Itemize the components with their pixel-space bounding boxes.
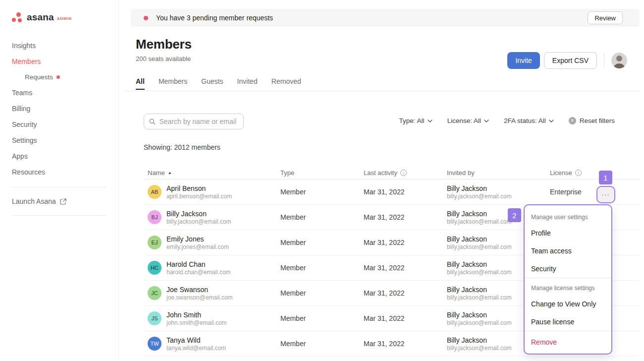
menu-item-security[interactable]: Security [525, 260, 611, 278]
type-filter-dropdown[interactable]: Type: All [399, 117, 432, 124]
annotation-step-2-badge: 2 [508, 208, 521, 222]
launch-asana-link[interactable]: Launch Asana [12, 194, 107, 208]
sidebar-item-apps[interactable]: Apps [12, 148, 107, 164]
sidebar-item-security[interactable]: Security [12, 117, 107, 132]
table-row[interactable]: AB April Benson april.benson@email.com M… [144, 180, 639, 205]
license-value: Enterprise [546, 188, 595, 196]
sidebar-item-resources[interactable]: Resources [12, 164, 107, 180]
menu-item-team-access[interactable]: Team access [525, 242, 611, 260]
tfa-status-filter-dropdown[interactable]: 2FA status: All [504, 117, 554, 124]
tab-members[interactable]: Members [159, 77, 187, 90]
last-activity-date: Mar 31, 2022 [360, 264, 443, 272]
tab-all[interactable]: All [136, 77, 145, 90]
sidebar-divider [12, 187, 107, 187]
sidebar: asana ADMIN Insights Members Requests Te… [0, 0, 119, 361]
chevron-down-icon [549, 120, 554, 122]
sidebar-item-label: Security [12, 120, 37, 128]
license-filter-dropdown[interactable]: License: All [447, 117, 489, 124]
table-header-row: Name▲ Type Last activityi Invited by Lic… [144, 166, 639, 180]
column-label: Invited by [447, 169, 475, 177]
member-type: Member [276, 289, 360, 297]
menu-item-change-to-view-only[interactable]: Change to View Only [525, 295, 611, 313]
tabs-divider [124, 91, 639, 91]
column-label: Name [148, 169, 165, 177]
column-header-name[interactable]: Name▲ [144, 169, 276, 177]
reset-filters-label: Reset filters [580, 117, 615, 124]
member-initials-avatar: JS [148, 311, 161, 325]
member-type: Member [276, 213, 360, 221]
tfa-filter-label: 2FA status: All [504, 117, 546, 124]
review-button[interactable]: Review [588, 11, 623, 24]
clear-circle-icon: ✕ [569, 117, 576, 124]
last-activity-date: Mar 31, 2022 [360, 289, 443, 297]
menu-item-profile[interactable]: Profile [525, 224, 611, 242]
sidebar-item-billing[interactable]: Billing [12, 101, 107, 117]
filter-bar: Type: All License: All 2FA status: All ✕… [399, 117, 615, 124]
menu-item-pause-license[interactable]: Pause license [525, 313, 611, 331]
menu-section-label: Manage license settings [525, 281, 611, 295]
info-icon[interactable]: i [575, 170, 582, 176]
member-email: tanya.wild@email.com [166, 345, 226, 352]
last-activity-date: Mar 31, 2022 [360, 213, 443, 221]
results-summary: Showing: 2012 members [144, 143, 644, 151]
column-label: Last activity [364, 169, 397, 177]
export-csv-button[interactable]: Export CSV [544, 52, 597, 69]
logo-wordmark: asana [27, 12, 54, 23]
banner-message: You have 3 pending member requests [156, 14, 273, 22]
member-type: Member [276, 340, 360, 348]
sidebar-item-requests[interactable]: Requests [12, 69, 107, 85]
invited-by-email: billy.jackson@email.com [447, 193, 546, 200]
sidebar-item-label: Insights [12, 42, 36, 50]
chevron-down-icon [484, 120, 489, 122]
tab-invited[interactable]: Invited [237, 77, 258, 90]
member-initials-avatar: JC [148, 286, 161, 300]
sidebar-nav: Insights Members Requests Teams Billing … [12, 38, 107, 180]
member-email: billy.jackson@email.com [166, 218, 231, 226]
menu-item-remove[interactable]: Remove [525, 333, 611, 351]
asana-admin-logo[interactable]: asana ADMIN [12, 12, 107, 23]
tab-removed[interactable]: Removed [271, 77, 301, 90]
sidebar-item-label: Resources [12, 168, 45, 176]
member-name: Emily Jones [166, 235, 229, 243]
external-link-icon [60, 198, 66, 205]
info-icon[interactable]: i [400, 170, 407, 176]
row-actions-context-menu: Manage user settings Profile Team access… [524, 204, 612, 355]
row-actions-more-button[interactable]: ... [596, 186, 615, 203]
member-email: john.smith@email.com [166, 319, 227, 327]
person-photo-icon [611, 53, 627, 68]
sidebar-item-insights[interactable]: Insights [12, 38, 107, 54]
sidebar-item-settings[interactable]: Settings [12, 132, 107, 148]
user-avatar[interactable] [611, 53, 627, 68]
column-header-license: Licensei [546, 169, 595, 177]
member-name: Tanya Wild [166, 336, 226, 345]
sort-ascending-icon: ▲ [168, 171, 172, 175]
column-label: License [550, 169, 572, 177]
last-activity-date: Mar 31, 2022 [360, 188, 443, 196]
member-name: April Benson [166, 184, 232, 193]
tab-guests[interactable]: Guests [201, 77, 223, 90]
column-header-last-activity: Last activityi [360, 169, 443, 177]
member-initials-avatar: EJ [148, 236, 161, 249]
sidebar-item-teams[interactable]: Teams [12, 85, 107, 101]
invite-button[interactable]: Invite [507, 52, 539, 69]
sidebar-item-label: Apps [12, 152, 28, 160]
search-input[interactable] [159, 118, 238, 125]
annotation-step-1-badge: 1 [599, 171, 612, 184]
member-initials-avatar: BJ [148, 210, 161, 224]
column-label: Type [280, 169, 294, 177]
member-initials-avatar: TW [148, 337, 161, 351]
search-icon [149, 118, 155, 125]
member-tabs: All Members Guests Invited Removed [136, 77, 644, 90]
member-name: Joe Swanson [166, 285, 233, 294]
member-email: joe.swanson@email.com [166, 294, 233, 301]
pending-requests-dot-icon [56, 75, 60, 79]
launch-asana-label: Launch Asana [12, 197, 56, 205]
chevron-down-icon [428, 120, 432, 122]
member-name: Harold Chan [166, 260, 231, 269]
sidebar-item-members[interactable]: Members [12, 54, 107, 69]
member-email: april.benson@email.com [166, 193, 232, 200]
menu-section-label: Manage user settings [525, 210, 611, 224]
member-type: Member [276, 188, 360, 196]
member-email: emily.jones@email.com [166, 243, 229, 251]
reset-filters-button[interactable]: ✕ Reset filters [569, 117, 615, 124]
